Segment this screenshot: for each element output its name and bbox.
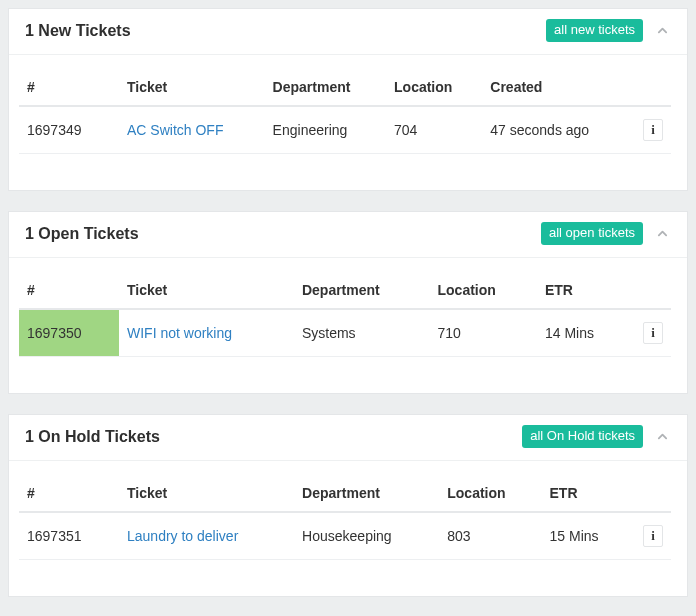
cell-department: Engineering [265, 106, 386, 154]
panel-title: 1 Open Tickets [25, 225, 139, 243]
ticket-link[interactable]: AC Switch OFF [127, 122, 223, 138]
cell-ticket: WIFI not working [119, 309, 294, 357]
ticket-panel: 1 On Hold Ticketsall On Hold tickets#Tic… [8, 414, 688, 597]
cell-actions: i [631, 106, 671, 154]
panel-title: 1 New Tickets [25, 22, 131, 40]
info-icon[interactable]: i [643, 525, 663, 547]
cell-last: 47 seconds ago [482, 106, 631, 154]
all-tickets-button[interactable]: all open tickets [541, 222, 643, 245]
info-icon[interactable]: i [643, 322, 663, 344]
column-header: # [19, 475, 119, 512]
column-header-actions [631, 272, 671, 309]
tickets-table: #TicketDepartmentLocationCreated1697349A… [19, 69, 671, 154]
ticket-link[interactable]: WIFI not working [127, 325, 232, 341]
column-header: Location [386, 69, 482, 106]
cell-last: 15 Mins [542, 512, 631, 560]
chevron-up-icon[interactable] [653, 22, 671, 40]
chevron-up-icon[interactable] [653, 428, 671, 446]
column-header: ETR [537, 272, 631, 309]
cell-ticket: AC Switch OFF [119, 106, 265, 154]
panel-header: 1 New Ticketsall new tickets [9, 9, 687, 55]
column-header: Department [265, 69, 386, 106]
cell-last: 14 Mins [537, 309, 631, 357]
cell-location: 710 [430, 309, 537, 357]
column-header: ETR [542, 475, 631, 512]
ticket-panel: 1 Open Ticketsall open tickets#TicketDep… [8, 211, 688, 394]
table-wrap: #TicketDepartmentLocationCreated1697349A… [9, 55, 687, 190]
chevron-up-icon[interactable] [653, 225, 671, 243]
table-wrap: #TicketDepartmentLocationETR1697351Laund… [9, 461, 687, 596]
cell-id: 1697351 [19, 512, 119, 560]
cell-location: 704 [386, 106, 482, 154]
column-header: Department [294, 272, 430, 309]
column-header: Ticket [119, 475, 294, 512]
panel-title: 1 On Hold Tickets [25, 428, 160, 446]
all-tickets-button[interactable]: all new tickets [546, 19, 643, 42]
panel-header-right: all On Hold tickets [522, 425, 671, 448]
ticket-panel: 1 New Ticketsall new tickets#TicketDepar… [8, 8, 688, 191]
panel-header-right: all open tickets [541, 222, 671, 245]
panel-header-right: all new tickets [546, 19, 671, 42]
cell-id: 1697350 [19, 309, 119, 357]
cell-department: Systems [294, 309, 430, 357]
column-header-actions [631, 475, 671, 512]
cell-actions: i [631, 309, 671, 357]
column-header: Department [294, 475, 439, 512]
column-header: Ticket [119, 272, 294, 309]
column-header: Ticket [119, 69, 265, 106]
table-row: 1697349AC Switch OFFEngineering70447 sec… [19, 106, 671, 154]
all-tickets-button[interactable]: all On Hold tickets [522, 425, 643, 448]
column-header-actions [631, 69, 671, 106]
table-wrap: #TicketDepartmentLocationETR1697350WIFI … [9, 258, 687, 393]
panel-header: 1 On Hold Ticketsall On Hold tickets [9, 415, 687, 461]
table-row: 1697351Laundry to deliverHousekeeping803… [19, 512, 671, 560]
ticket-link[interactable]: Laundry to deliver [127, 528, 238, 544]
column-header: Location [439, 475, 541, 512]
cell-id: 1697349 [19, 106, 119, 154]
tickets-table: #TicketDepartmentLocationETR1697350WIFI … [19, 272, 671, 357]
column-header: Location [430, 272, 537, 309]
column-header: Created [482, 69, 631, 106]
column-header: # [19, 272, 119, 309]
table-row: 1697350WIFI not workingSystems71014 Mins… [19, 309, 671, 357]
cell-ticket: Laundry to deliver [119, 512, 294, 560]
cell-location: 803 [439, 512, 541, 560]
column-header: # [19, 69, 119, 106]
info-icon[interactable]: i [643, 119, 663, 141]
panel-header: 1 Open Ticketsall open tickets [9, 212, 687, 258]
tickets-table: #TicketDepartmentLocationETR1697351Laund… [19, 475, 671, 560]
cell-department: Housekeeping [294, 512, 439, 560]
cell-actions: i [631, 512, 671, 560]
